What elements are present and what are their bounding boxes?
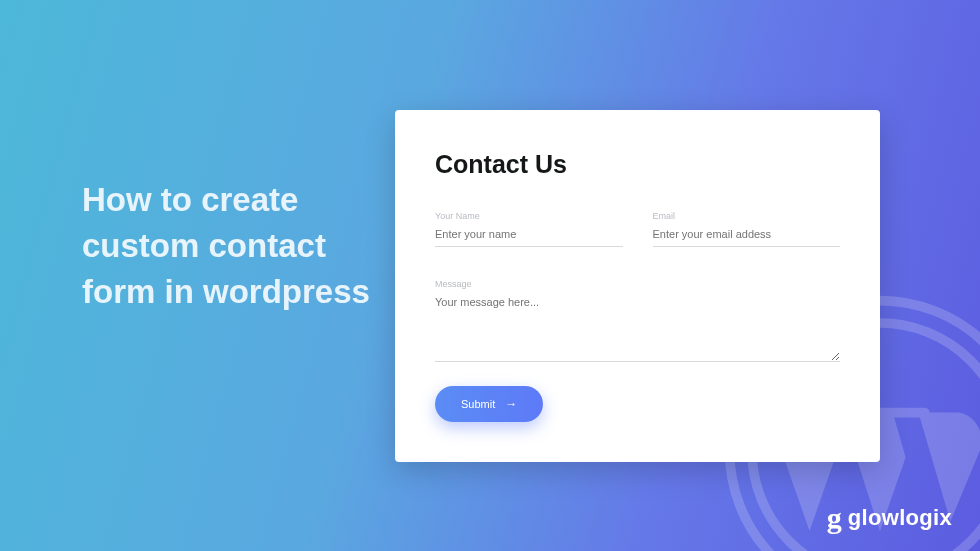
page-headline: How to create custom contact form in wor…: [82, 177, 382, 316]
brand-mark-icon: g: [827, 503, 842, 533]
name-input[interactable]: [435, 224, 623, 247]
message-field: Message: [435, 279, 840, 362]
email-field: Email: [653, 211, 841, 247]
brand: g glowlogix: [827, 503, 952, 533]
submit-button[interactable]: Submit →: [435, 386, 543, 422]
arrow-right-icon: →: [505, 397, 517, 411]
name-label: Your Name: [435, 211, 623, 221]
submit-button-label: Submit: [461, 398, 495, 410]
brand-text: glowlogix: [848, 505, 952, 531]
form-title: Contact Us: [435, 150, 840, 179]
message-label: Message: [435, 279, 840, 289]
message-textarea[interactable]: [435, 292, 840, 362]
email-input[interactable]: [653, 224, 841, 247]
contact-form-card: Contact Us Your Name Email Message Submi…: [395, 110, 880, 462]
name-field: Your Name: [435, 211, 623, 247]
email-label: Email: [653, 211, 841, 221]
